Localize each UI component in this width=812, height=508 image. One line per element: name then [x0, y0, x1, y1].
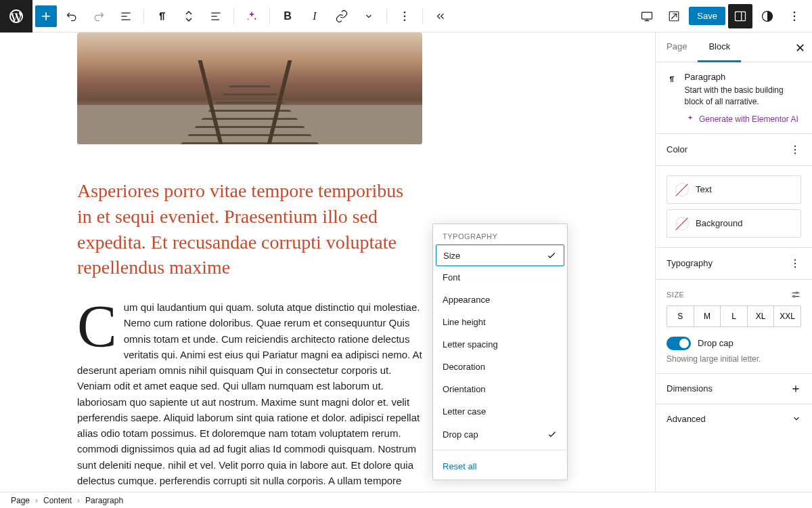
typography-panel-header[interactable]: Typography: [656, 248, 812, 280]
bold-button[interactable]: B: [275, 4, 300, 28]
settings-sidebar: Page Block ✕ Paragraph Start with the ba…: [655, 33, 812, 492]
hero-image[interactable]: [77, 33, 422, 144]
popover-header: TYPOGRAPHY: [433, 224, 567, 245]
typography-option-appearance[interactable]: Appearance: [433, 289, 567, 311]
tab-page[interactable]: Page: [656, 33, 698, 62]
dimensions-panel-header[interactable]: Dimensions: [656, 374, 812, 404]
document-overview-button[interactable]: [114, 4, 138, 28]
save-button[interactable]: Save: [689, 7, 725, 25]
size-label: SIZE: [667, 289, 801, 300]
move-button[interactable]: [177, 4, 201, 28]
svg-point-7: [794, 11, 796, 13]
undo-button[interactable]: [60, 4, 84, 28]
svg-point-16: [796, 292, 798, 294]
add-block-button[interactable]: [35, 5, 57, 27]
color-panel-header[interactable]: Color: [656, 134, 812, 166]
svg-point-11: [794, 148, 796, 150]
svg-rect-5: [736, 12, 746, 20]
typography-option-orientation[interactable]: Orientation: [433, 378, 567, 400]
breadcrumb: Page › Content › Paragraph: [0, 492, 812, 508]
settings-panel-button[interactable]: [728, 4, 752, 28]
advanced-panel-header[interactable]: Advanced: [656, 404, 812, 433]
more-rich-text-button[interactable]: [357, 4, 381, 28]
redo-button[interactable]: [87, 4, 111, 28]
svg-point-12: [794, 152, 796, 154]
typography-option-line-height[interactable]: Line height: [433, 311, 567, 333]
tab-block[interactable]: Block: [698, 33, 741, 62]
settings-sliders-icon[interactable]: [790, 289, 801, 300]
link-button[interactable]: [330, 4, 354, 28]
breadcrumb-page[interactable]: Page: [11, 496, 30, 505]
editor-canvas[interactable]: Asperiores porro vitae tempore temporibu…: [0, 33, 655, 492]
size-l[interactable]: L: [721, 306, 748, 326]
collapse-toolbar-button[interactable]: [428, 4, 453, 28]
paragraph-icon: [667, 72, 677, 87]
more-options-button[interactable]: [782, 4, 807, 28]
paragraph-icon[interactable]: [150, 4, 174, 28]
typography-option-letter-spacing[interactable]: Letter spacing: [433, 333, 567, 356]
dropcap-label: Drop cap: [698, 338, 734, 348]
block-title: Paragraph: [685, 72, 801, 82]
color-background-button[interactable]: Background: [667, 209, 801, 238]
dropcap-description: Showing large initial letter.: [667, 354, 801, 364]
svg-point-15: [794, 266, 796, 268]
typography-popover: TYPOGRAPHY Size Font Appearance Line hei…: [432, 224, 568, 480]
paragraph-block[interactable]: Cum qui laudantium qui quam. soluta atqu…: [77, 299, 422, 492]
typography-reset-all[interactable]: Reset all: [433, 454, 567, 480]
device-preview-button[interactable]: [635, 4, 659, 28]
svg-point-0: [404, 11, 406, 13]
chevron-right-icon: ›: [35, 496, 38, 505]
options-button[interactable]: [392, 4, 417, 28]
svg-point-10: [794, 145, 796, 146]
paragraph-text: um qui laudantium qui quam. soluta atque…: [77, 301, 422, 492]
svg-point-8: [794, 15, 796, 17]
dropcap-letter: C: [77, 303, 117, 350]
svg-point-9: [794, 19, 796, 21]
ai-sparkle-button[interactable]: [240, 4, 264, 28]
block-info-section: Paragraph Start with the basic building …: [656, 62, 812, 134]
styles-button[interactable]: [755, 4, 780, 28]
block-description: Start with the basic building block of a…: [685, 85, 801, 108]
color-text-button[interactable]: Text: [667, 175, 801, 204]
close-sidebar-button[interactable]: ✕: [795, 41, 805, 56]
breadcrumb-content[interactable]: Content: [43, 496, 72, 505]
top-toolbar: B I Save: [0, 0, 812, 33]
size-m[interactable]: M: [694, 306, 721, 326]
typography-option-font[interactable]: Font: [433, 266, 567, 289]
svg-point-1: [404, 15, 406, 17]
breadcrumb-paragraph[interactable]: Paragraph: [85, 496, 123, 505]
wordpress-logo[interactable]: [0, 0, 32, 33]
svg-point-17: [793, 295, 795, 297]
size-buttons: S M L XL XXL: [667, 305, 801, 327]
size-xl[interactable]: XL: [748, 306, 775, 326]
typography-option-decoration[interactable]: Decoration: [433, 356, 567, 378]
typography-option-letter-case[interactable]: Letter case: [433, 400, 567, 423]
generate-ai-link[interactable]: Generate with Elementor AI: [685, 114, 801, 124]
sidebar-tabs: Page Block ✕: [656, 33, 812, 62]
size-s[interactable]: S: [667, 306, 694, 326]
size-xxl[interactable]: XXL: [774, 306, 800, 326]
heading-block[interactable]: Asperiores porro vitae tempore temporibu…: [77, 178, 422, 280]
typography-option-drop-cap[interactable]: Drop cap: [433, 423, 567, 446]
dropcap-toggle[interactable]: [667, 337, 691, 350]
align-button[interactable]: [204, 4, 228, 28]
italic-button[interactable]: I: [302, 4, 327, 28]
view-button[interactable]: [662, 4, 686, 28]
svg-point-14: [794, 262, 796, 263]
svg-point-2: [404, 19, 406, 21]
svg-point-13: [794, 259, 796, 260]
svg-rect-3: [642, 12, 652, 19]
typography-option-size[interactable]: Size: [436, 245, 564, 266]
chevron-right-icon: ›: [77, 496, 80, 505]
